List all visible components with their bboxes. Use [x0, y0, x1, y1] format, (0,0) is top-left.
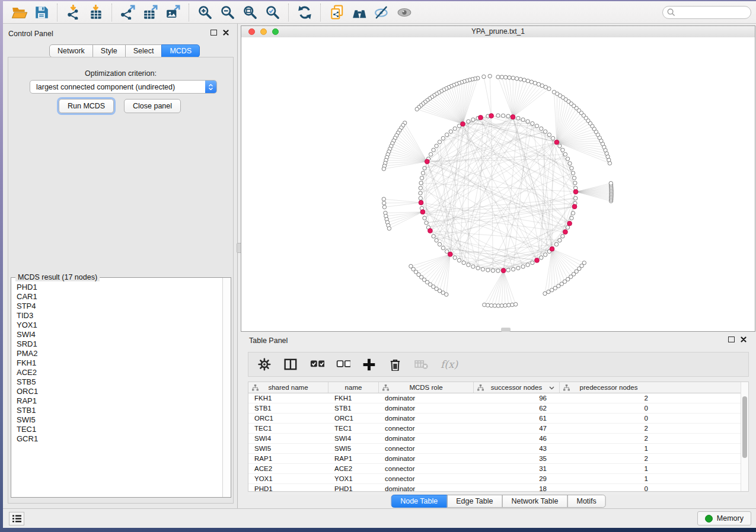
- close-panel-icon[interactable]: [223, 30, 229, 36]
- add-row-button[interactable]: [362, 358, 377, 371]
- mcds-result-item[interactable]: STB5: [12, 377, 222, 387]
- mcds-result-item[interactable]: SRD1: [12, 339, 222, 349]
- cell: 2: [560, 393, 658, 403]
- show-all-icon: [397, 5, 413, 20]
- zoom-in-button[interactable]: [194, 3, 216, 22]
- import-network-button[interactable]: [62, 3, 85, 22]
- table-row[interactable]: PHD1PHD1dominator180: [248, 484, 748, 494]
- mcds-result-item[interactable]: STB1: [12, 406, 222, 415]
- export-network-button[interactable]: [117, 3, 139, 22]
- hide-selected-button[interactable]: [371, 3, 393, 22]
- mcds-result-item[interactable]: TID3: [12, 311, 222, 321]
- select-all-button[interactable]: [310, 358, 324, 371]
- mcds-result-item[interactable]: ORC1: [12, 387, 222, 396]
- import-table-button[interactable]: [85, 3, 107, 22]
- column-header-MCDS-role[interactable]: MCDS role: [379, 382, 474, 393]
- mcds-result-item[interactable]: RAP1: [12, 396, 222, 406]
- close-table-panel-icon[interactable]: [741, 336, 747, 342]
- column-settings-button[interactable]: [258, 358, 272, 371]
- split-panel-button[interactable]: [284, 358, 298, 371]
- mcds-result-scrollbar[interactable]: [222, 278, 231, 497]
- cell: [658, 393, 748, 403]
- table-row[interactable]: ACE2ACE2connector311: [248, 464, 748, 474]
- zoom-fit-button[interactable]: [239, 3, 261, 22]
- mcds-result-item[interactable]: CAR1: [12, 292, 222, 302]
- export-table-button[interactable]: [139, 3, 162, 22]
- save-session-button[interactable]: [30, 3, 53, 22]
- tab-select[interactable]: Select: [125, 44, 162, 57]
- deselect-all-button[interactable]: [336, 358, 350, 371]
- tab-network-table[interactable]: Network Table: [502, 495, 568, 508]
- zoom-out-button[interactable]: [216, 3, 239, 22]
- float-panel-icon[interactable]: [210, 30, 217, 36]
- mcds-result-item[interactable]: YOX1: [12, 321, 222, 330]
- mcds-result-item[interactable]: PMA2: [12, 349, 222, 358]
- network-canvas[interactable]: [241, 37, 755, 331]
- cell: 47: [474, 424, 560, 433]
- mcds-result-item[interactable]: SWI4: [12, 330, 222, 339]
- table-row[interactable]: YOX1YOX1connector291: [248, 474, 748, 484]
- float-table-panel-icon[interactable]: [728, 336, 735, 342]
- open-session-icon: [11, 5, 27, 20]
- cell: 35: [474, 454, 560, 463]
- cell: ACE2: [248, 464, 328, 473]
- mcds-result-item[interactable]: FKH1: [12, 358, 222, 368]
- table-row[interactable]: STB1STB1dominator620: [248, 403, 748, 414]
- cell: 1: [560, 474, 658, 483]
- first-neighbors-button[interactable]: [348, 3, 371, 22]
- mcds-result-item[interactable]: PHD1: [12, 283, 222, 292]
- table-row[interactable]: ORC1ORC1dominator610: [248, 414, 748, 424]
- network-window-titlebar[interactable]: YPA_prune.txt_1: [241, 26, 755, 38]
- sort-descending-icon: [549, 386, 554, 390]
- automation-panel-button[interactable]: [9, 512, 24, 525]
- horizontal-splitter-handle[interactable]: [501, 328, 511, 332]
- tab-style[interactable]: Style: [92, 44, 126, 57]
- mcds-result-item[interactable]: GCR1: [12, 434, 222, 444]
- search-input[interactable]: [662, 6, 751, 19]
- clone-network-button[interactable]: [326, 3, 348, 22]
- status-bar: Memory: [3, 508, 756, 528]
- open-session-button[interactable]: [8, 3, 30, 22]
- column-header-predecessor-nodes[interactable]: predecessor nodes: [560, 382, 658, 393]
- table-row[interactable]: FKH1FKH1dominator962: [248, 393, 748, 403]
- delete-row-button[interactable]: [388, 358, 403, 371]
- tab-node-table[interactable]: Node Table: [391, 495, 447, 508]
- cell: 46: [474, 434, 560, 443]
- cell: 1: [560, 464, 658, 473]
- table-row[interactable]: SWI5SWI5connector431: [248, 444, 748, 454]
- cell: 0: [560, 484, 658, 493]
- mcds-result-item[interactable]: ACE2: [12, 368, 222, 377]
- column-header-successor-nodes[interactable]: successor nodes: [474, 382, 560, 393]
- table-scrollbar-thumb[interactable]: [742, 396, 747, 458]
- mcds-result-item[interactable]: SWI5: [12, 415, 222, 425]
- export-image-button[interactable]: [162, 3, 184, 22]
- tab-network[interactable]: Network: [49, 44, 93, 57]
- show-all-button[interactable]: [393, 3, 416, 22]
- column-header-shared-name[interactable]: shared name: [248, 382, 328, 393]
- zoom-in-icon: [197, 5, 213, 20]
- apply-layout-button[interactable]: [294, 3, 316, 22]
- run-mcds-button[interactable]: Run MCDS: [59, 99, 114, 113]
- cell: SWI4: [328, 434, 379, 443]
- tab-mcds[interactable]: MCDS: [161, 44, 200, 57]
- mcds-result-item[interactable]: STP4: [12, 302, 222, 311]
- tab-edge-table[interactable]: Edge Table: [446, 495, 502, 508]
- toolbar-separator: [111, 4, 113, 21]
- zoom-selected-button[interactable]: [261, 3, 284, 22]
- network-title: YPA_prune.txt_1: [241, 27, 755, 36]
- mcds-result-item[interactable]: TEC1: [12, 425, 222, 434]
- column-header-name[interactable]: name: [328, 382, 379, 393]
- table-row[interactable]: RAP1RAP1dominator352: [248, 454, 748, 464]
- close-panel-button[interactable]: Close panel: [124, 99, 181, 113]
- tab-motifs[interactable]: Motifs: [567, 495, 605, 508]
- optimization-criterion-select[interactable]: largest connected component (undirected): [30, 80, 217, 94]
- cell: 62: [474, 403, 560, 413]
- table-scrollbar[interactable]: [741, 382, 748, 491]
- export-table-icon: [143, 5, 159, 20]
- table-row[interactable]: SWI4SWI4dominator462: [248, 434, 748, 444]
- table-row[interactable]: TEC1TEC1connector472: [248, 424, 748, 434]
- mcds-result-list[interactable]: PHD1CAR1STP4TID3YOX1SWI4SRD1PMA2FKH1ACE2…: [12, 283, 222, 496]
- memory-button[interactable]: Memory: [697, 511, 751, 525]
- first-neighbors-icon: [352, 5, 368, 20]
- cell: 0: [560, 414, 658, 423]
